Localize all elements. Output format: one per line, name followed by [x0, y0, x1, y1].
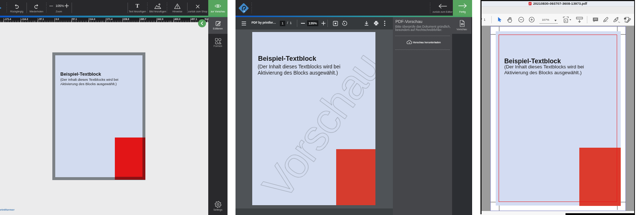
svg-text:PDF: PDF: [461, 24, 464, 25]
